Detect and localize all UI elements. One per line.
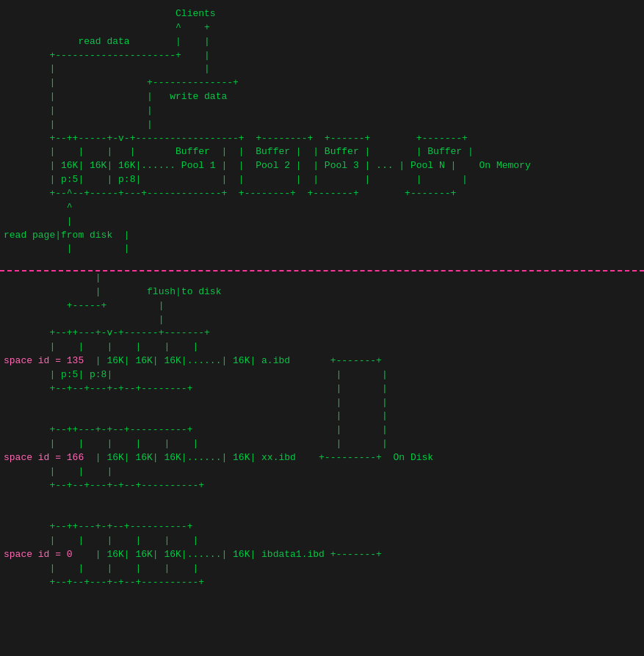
top-diagram: Clients ^ + read data | | +-------------… bbox=[0, 7, 644, 270]
diagram-container: Clients ^ + read data | | +-------------… bbox=[0, 0, 644, 611]
space-id-0-label: space id = 0 bbox=[4, 549, 73, 560]
space-id-135-label: space id = 135 bbox=[4, 355, 84, 366]
space-id-166-label: space id = 166 bbox=[4, 452, 84, 463]
bottom-diagram: | | flush|to disk +-----+ | | +--++---+-… bbox=[0, 271, 644, 603]
section-bottom: | | flush|to disk +-----+ | | +--++---+-… bbox=[0, 271, 644, 603]
section-top: Clients ^ + read data | | +-------------… bbox=[0, 7, 644, 270]
